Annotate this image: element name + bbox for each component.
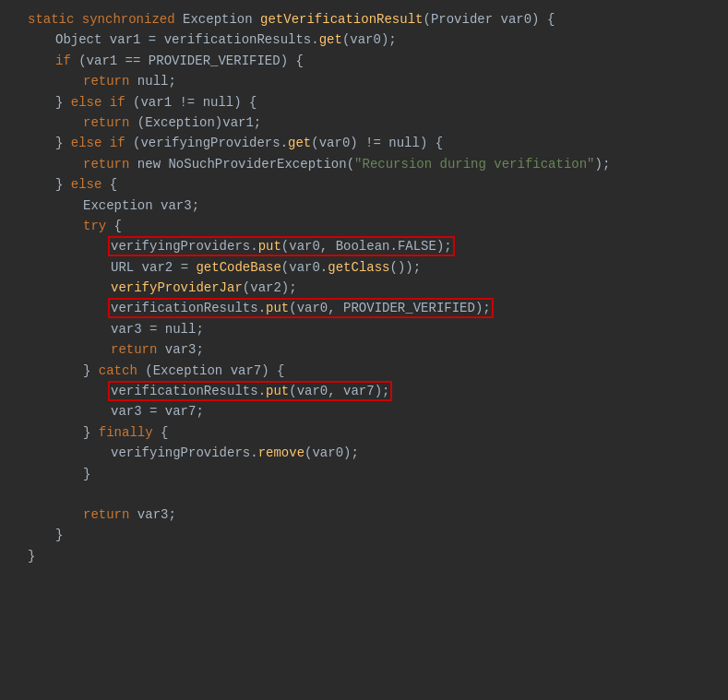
code-line: if (var1 == PROVIDER_VERIFIED) {	[0, 51, 728, 71]
highlighted-statement: verificationResults.put(var0, var7);	[111, 384, 389, 398]
code-line: verifyingProviders.put(var0, Boolean.FAL…	[0, 236, 728, 256]
code-line: } finally {	[0, 422, 728, 443]
code-line	[0, 484, 728, 504]
code-line: verifyProviderJar(var2);	[0, 278, 728, 298]
code-line: try {	[0, 216, 728, 236]
code-line: } catch (Exception var7) {	[0, 361, 728, 381]
code-line: static synchronized Exception getVerific…	[0, 9, 728, 30]
code-line: }	[0, 525, 728, 545]
code-line: } else if (var1 != null) {	[0, 92, 728, 113]
code-line: } else if (verifyingProviders.get(var0) …	[0, 133, 728, 153]
code-line: } else {	[0, 174, 728, 195]
code-line: var3 = var7;	[0, 401, 728, 421]
highlighted-statement: verifyingProviders.put(var0, Boolean.FAL…	[111, 239, 452, 254]
code-line: return (Exception)var1;	[0, 113, 728, 133]
code-line: return new NoSuchProviderException("Recu…	[0, 154, 728, 174]
code-line: URL var2 = getCodeBase(var0.getClass());	[0, 257, 728, 278]
code-line: Object var1 = verificationResults.get(va…	[0, 30, 728, 50]
code-line: verificationResults.put(var0, PROVIDER_V…	[0, 298, 728, 318]
code-line: Exception var3;	[0, 196, 728, 216]
code-line: verifyingProviders.remove(var0);	[0, 443, 728, 463]
code-view: static synchronized Exception getVerific…	[0, 0, 728, 575]
code-line: verificationResults.put(var0, var7);	[0, 381, 728, 401]
code-line: var3 = null;	[0, 319, 728, 339]
code-line: return var3;	[0, 339, 728, 360]
code-line: return var3;	[0, 504, 728, 525]
code-line: }	[0, 546, 728, 566]
highlighted-statement: verificationResults.put(var0, PROVIDER_V…	[111, 301, 491, 315]
code-line: return null;	[0, 71, 728, 91]
code-line: }	[0, 464, 728, 484]
